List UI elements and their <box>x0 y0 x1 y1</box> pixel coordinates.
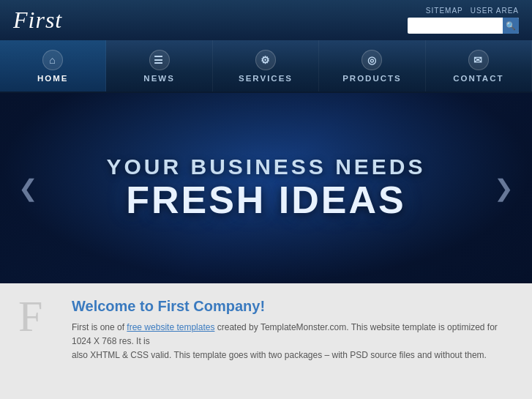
nav-label-products: PRODUCTS <box>342 74 402 83</box>
nav-label-services: SERVICES <box>239 74 293 83</box>
footer-title-static: Welcome to <box>72 298 157 314</box>
logo: First <box>13 7 62 34</box>
nav-label-news: NEWS <box>143 74 175 83</box>
footer-logo: F <box>18 294 59 338</box>
nav-label-home: HOME <box>37 74 69 83</box>
hero-line2: FRESH IDEAS <box>106 179 425 221</box>
services-icon: ⚙ <box>255 50 276 70</box>
footer-title: Welcome to First Company! <box>72 298 514 315</box>
footer-body-line3: also XHTML & CSS valid. This template go… <box>72 350 487 360</box>
search-box: 🔍 <box>408 18 519 34</box>
nav-item-home[interactable]: ⌂ HOME <box>0 40 106 92</box>
hero-next-button[interactable]: ❯ <box>487 167 521 209</box>
hero-prev-button[interactable]: ❮ <box>11 167 45 209</box>
search-button[interactable]: 🔍 <box>503 18 519 34</box>
news-icon: ☰ <box>149 50 170 70</box>
nav-item-contact[interactable]: ✉ CONTACT <box>426 40 532 92</box>
home-icon: ⌂ <box>42 50 63 70</box>
header: First SITEMAP USER AREA 🔍 <box>0 0 532 40</box>
footer-body-line1: First is one of <box>72 322 127 332</box>
user-area-link[interactable]: USER AREA <box>471 7 519 15</box>
search-input[interactable] <box>408 20 503 31</box>
main-nav: ⌂ HOME ☰ NEWS ⚙ SERVICES ◎ PRODUCTS ✉ CO… <box>0 40 532 93</box>
footer-content: F Welcome to First Company! First is one… <box>0 283 532 399</box>
footer-template-link[interactable]: free website templates <box>127 322 214 332</box>
hero-banner: ❮ YOUR BUSINESS NEEDS FRESH IDEAS ❯ <box>0 93 532 283</box>
sitemap-link[interactable]: SITEMAP <box>426 7 463 15</box>
nav-item-services[interactable]: ⚙ SERVICES <box>213 40 319 92</box>
products-icon: ◎ <box>361 50 382 70</box>
contact-icon: ✉ <box>468 50 489 70</box>
footer-body: First is one of free website templates c… <box>72 321 514 363</box>
nav-label-contact: CONTACT <box>453 74 503 83</box>
nav-item-products[interactable]: ◎ PRODUCTS <box>319 40 425 92</box>
header-right: SITEMAP USER AREA 🔍 <box>408 7 519 34</box>
header-links: SITEMAP USER AREA <box>426 7 519 15</box>
hero-text: YOUR BUSINESS NEEDS FRESH IDEAS <box>106 154 425 221</box>
nav-item-news[interactable]: ☰ NEWS <box>106 40 212 92</box>
footer-title-brand: First Company <box>157 298 260 314</box>
footer-title-end: ! <box>260 298 265 314</box>
footer-text-block: Welcome to First Company! First is one o… <box>72 298 514 363</box>
hero-line1: YOUR BUSINESS NEEDS <box>106 154 425 179</box>
